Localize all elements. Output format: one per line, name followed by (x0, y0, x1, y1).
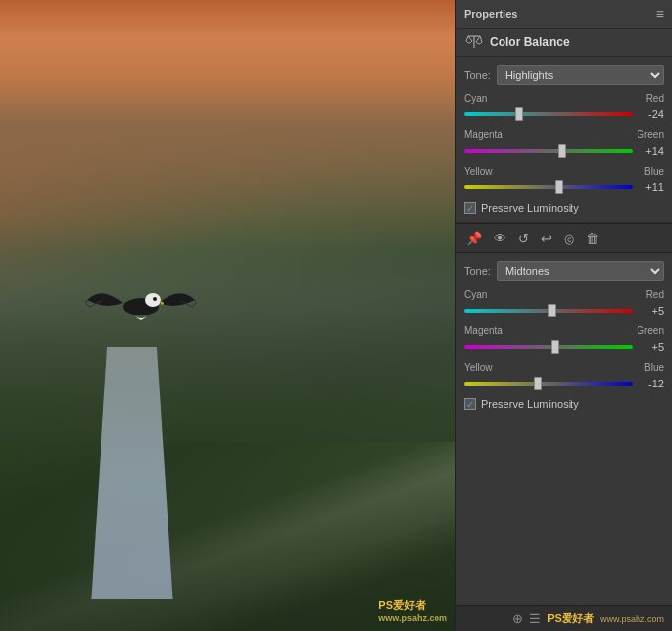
blue-label-1: Blue (644, 166, 664, 176)
magenta-green-slider-2[interactable] (464, 338, 633, 356)
yellow-blue-track-2 (464, 382, 633, 386)
cyan-red-thumb[interactable] (515, 107, 523, 121)
panel-bottom-bar: ⊕ ☰ PS爱好者 www.psahz.com (456, 605, 672, 631)
yellow-label-1: Yellow (464, 166, 493, 176)
bottom-bar-icon-2[interactable]: ☰ (529, 611, 541, 626)
toolbar-eye-icon[interactable]: 👁 (492, 229, 508, 247)
slider-group-1b: Magenta Green +14 (464, 129, 664, 160)
panel-menu-icon[interactable]: ≡ (656, 6, 664, 22)
magenta-green-thumb-2[interactable] (551, 340, 559, 354)
preserve-label-2: Preserve Luminosity (481, 398, 579, 410)
green-label-1: Green (637, 129, 664, 140)
magenta-green-value: +14 (637, 145, 664, 157)
slider-group-1c: Yellow Blue +11 (464, 166, 664, 196)
toolbar-cycle-icon[interactable]: ↺ (516, 229, 531, 247)
cyan-label-2: Cyan (464, 289, 487, 300)
preserve-checkbox-2[interactable]: ✓ (464, 398, 476, 410)
svg-line-8 (480, 36, 482, 42)
tone-label-2: Tone: (464, 265, 491, 277)
yellow-blue-thumb-2[interactable] (534, 377, 542, 390)
bottom-watermark-ps: PS爱好者 (547, 611, 594, 626)
cyan-label: Cyan (464, 93, 487, 104)
panel-header: Properties ≡ (456, 0, 672, 29)
slider-group-2b: Magenta Green +5 (464, 325, 664, 356)
cyan-red-value-2: +5 (637, 305, 664, 316)
slider-group-2a: Cyan Red +5 (464, 289, 664, 319)
blue-label-2: Blue (644, 362, 664, 373)
tone-row-2: Tone: Midtones Shadows Highlights (464, 261, 664, 281)
bottom-watermark-site: www.psahz.com (600, 614, 664, 624)
toolbar-delete-icon[interactable]: 🗑 (584, 229, 601, 247)
cyan-red-slider[interactable] (464, 105, 633, 123)
tone-select-1[interactable]: Highlights Midtones Shadows (497, 65, 664, 85)
green-label-2: Green (637, 325, 664, 336)
slider-group-2c: Yellow Blue -12 (464, 362, 664, 392)
svg-line-5 (466, 36, 468, 41)
forest-layer (0, 284, 455, 631)
magenta-green-slider[interactable] (464, 142, 633, 160)
watermark-ps-text: PS爱好者 (378, 598, 447, 613)
yellow-blue-value-1: +11 (637, 181, 664, 193)
checkmark-1: ✓ (466, 203, 474, 214)
magenta-green-thumb[interactable] (558, 144, 566, 158)
color-balance-title: Color Balance (490, 35, 570, 49)
yellow-blue-track-1 (464, 185, 633, 189)
magenta-green-track-2 (464, 345, 633, 349)
sky-layer (0, 0, 455, 252)
yellow-blue-row-1: +11 (464, 178, 664, 196)
cyan-red-row-2: +5 (464, 302, 664, 319)
properties-panel: Properties ≡ Color Balance Tone: (455, 0, 672, 631)
tone-label-1: Tone: (464, 69, 491, 81)
cyan-red-slider-2[interactable] (464, 302, 633, 319)
preserve-label-1: Preserve Luminosity (481, 202, 579, 214)
checkmark-2: ✓ (466, 399, 474, 410)
red-label-2: Red (646, 289, 664, 300)
magenta-green-track (464, 149, 633, 153)
preserve-row-1: ✓ Preserve Luminosity (464, 202, 664, 214)
color-balance-icon (464, 35, 484, 50)
magenta-label-2: Magenta (464, 325, 503, 336)
toolbar-reset-icon[interactable]: ↩ (539, 229, 554, 247)
slider-group-1a: Cyan Red -24 (464, 93, 664, 123)
canvas-area: PS爱好者 www.psahz.com (0, 0, 455, 631)
yellow-blue-row-2: -12 (464, 375, 664, 392)
cyan-red-value: -24 (637, 108, 664, 120)
background-image: PS爱好者 www.psahz.com (0, 0, 455, 631)
tone-row-1: Tone: Highlights Midtones Shadows (464, 65, 664, 85)
svg-line-7 (476, 36, 480, 42)
highlights-section: Tone: Highlights Midtones Shadows Cyan R… (456, 57, 672, 223)
preserve-row-2: ✓ Preserve Luminosity (464, 398, 664, 410)
panel-toolbar: 📌 👁 ↺ ↩ ◎ 🗑 (456, 223, 672, 253)
eagle (82, 265, 200, 344)
yellow-blue-value-2: -12 (637, 378, 664, 389)
midtones-section: Tone: Midtones Shadows Highlights Cyan R… (456, 253, 672, 605)
cyan-red-row: -24 (464, 105, 664, 123)
color-balance-header: Color Balance (456, 29, 672, 57)
tone-select-2[interactable]: Midtones Shadows Highlights (497, 261, 664, 281)
svg-line-6 (468, 36, 472, 41)
toolbar-pin-icon[interactable]: 📌 (464, 229, 484, 247)
magenta-label: Magenta (464, 129, 503, 140)
bottom-bar-icon-1[interactable]: ⊕ (512, 611, 523, 626)
yellow-label-2: Yellow (464, 362, 493, 373)
panel-title: Properties (464, 8, 517, 20)
magenta-green-row: +14 (464, 142, 664, 160)
yellow-blue-slider-2[interactable] (464, 375, 633, 392)
yellow-blue-slider-1[interactable] (464, 178, 633, 196)
cyan-red-thumb-2[interactable] (548, 304, 556, 317)
yellow-blue-thumb-1[interactable] (555, 180, 563, 194)
watermark: PS爱好者 www.psahz.com (378, 598, 447, 623)
watermark-site-text: www.psahz.com (378, 613, 447, 623)
red-label-1: Red (646, 93, 664, 104)
magenta-green-row-2: +5 (464, 338, 664, 356)
svg-point-2 (153, 297, 157, 301)
svg-point-1 (145, 293, 161, 307)
cyan-red-track-2 (464, 309, 633, 313)
toolbar-visibility-icon[interactable]: ◎ (562, 229, 576, 247)
magenta-green-value-2: +5 (637, 341, 664, 353)
preserve-checkbox-1[interactable]: ✓ (464, 202, 476, 214)
cyan-red-track (464, 112, 633, 116)
